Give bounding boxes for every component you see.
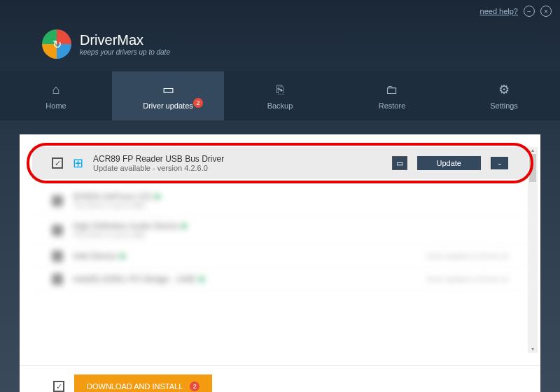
tab-settings[interactable]: ⚙ Settings (448, 71, 560, 120)
titlebar: need help? − × (0, 0, 560, 22)
audio-icon (52, 225, 63, 236)
driver-sub: The driver is up-to-date (73, 231, 508, 239)
backup-icon: ⎘ (276, 83, 284, 97)
status-dot-icon (199, 276, 204, 282)
tab-label: Driver updates (143, 102, 193, 110)
windows-icon: ⊞ (73, 155, 83, 171)
tab-label: Settings (490, 102, 518, 110)
updates-badge: 2 (193, 98, 203, 108)
app-logo-icon: ↻ (42, 29, 71, 59)
driver-row: NVIDIA GeForce 210 The driver is up-to-d… (32, 186, 528, 216)
status-dot-icon (181, 223, 187, 229)
tab-label: Restore (379, 102, 406, 110)
tab-label: Home (46, 102, 66, 110)
minimize-button[interactable]: − (524, 6, 535, 17)
driver-name: High Definition Audio Device (73, 221, 508, 231)
tab-driver-updates[interactable]: ▭ Driver updates 2 (112, 71, 224, 120)
download-badge: 2 (190, 382, 200, 391)
driver-checkbox[interactable]: ✓ (52, 158, 63, 169)
driver-name: Intel(R) 82801 PCI Bridge - 244E (73, 274, 417, 284)
driver-details-button[interactable]: ▭ (392, 156, 407, 170)
brand-tagline: keeps your drivers up to date (80, 48, 170, 56)
driver-right-text: Driver updated on 03-Nov-16 (427, 276, 508, 283)
folder-icon: 🗀 (386, 83, 398, 97)
windows-icon (52, 274, 63, 285)
scroll-thumb[interactable] (529, 154, 536, 182)
driver-name: Intel Device (73, 251, 417, 261)
driver-row-featured: ✓ ⊞ ACR89 FP Reader USB Bus Driver Updat… (32, 147, 528, 179)
tab-restore[interactable]: 🗀 Restore (336, 71, 448, 120)
blurred-driver-list: NVIDIA GeForce 210 The driver is up-to-d… (20, 186, 540, 291)
help-link[interactable]: need help? (480, 7, 518, 15)
status-dot-icon (120, 253, 125, 259)
driver-sub: The driver is up-to-date (73, 202, 508, 209)
status-dot-icon (155, 194, 160, 200)
app-header: ↻ DriverMax keeps your drivers up to dat… (0, 22, 560, 71)
windows-icon (52, 251, 63, 262)
close-button[interactable]: × (540, 6, 552, 17)
tab-home[interactable]: ⌂ Home (0, 71, 112, 120)
driver-name: ACR89 FP Reader USB Bus Driver (93, 154, 382, 164)
scroll-up-icon[interactable]: ▴ (528, 147, 538, 154)
driver-name: NVIDIA GeForce 210 (73, 192, 508, 202)
driver-row: High Definition Audio Device The driver … (32, 216, 528, 245)
scroll-down-icon[interactable]: ▾ (528, 346, 538, 353)
update-button[interactable]: Update (417, 156, 481, 170)
select-all-checkbox[interactable]: ✓ (53, 381, 64, 392)
gear-icon: ⚙ (498, 82, 510, 97)
download-install-button[interactable]: DOWNLOAD AND INSTALL 2 (74, 374, 212, 392)
brand-name: DriverMax (80, 32, 170, 48)
driver-row: Intel(R) 82801 PCI Bridge - 244E Driver … (32, 268, 528, 291)
scrollbar[interactable]: ▴ ▾ (528, 147, 538, 353)
driver-row: Intel Device Driver updated on 03-Nov-16 (32, 245, 528, 268)
tab-backup[interactable]: ⎘ Backup (224, 71, 336, 120)
driver-right-text: Driver updated on 03-Nov-16 (427, 253, 508, 260)
tab-label: Backup (267, 102, 293, 110)
update-dropdown-button[interactable]: ⌄ (491, 157, 508, 169)
download-label: DOWNLOAD AND INSTALL (87, 382, 183, 391)
main-tabs: ⌂ Home ▭ Driver updates 2 ⎘ Backup 🗀 Res… (0, 71, 560, 120)
driver-status: Update available - version 4.2.6.0 (93, 164, 382, 172)
bottom-bar: ✓ DOWNLOAD AND INSTALL 2 (20, 365, 540, 392)
monitor-icon (52, 195, 63, 206)
home-icon: ⌂ (52, 83, 60, 97)
list-icon: ▭ (162, 82, 174, 97)
driver-list-panel: ✓ ⊞ ACR89 FP Reader USB Bus Driver Updat… (20, 134, 540, 365)
